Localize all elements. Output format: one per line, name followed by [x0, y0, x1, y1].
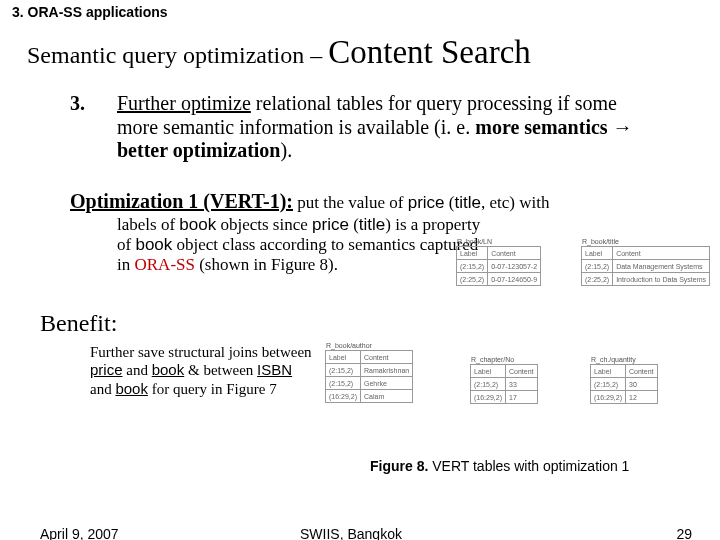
- od-a: labels of: [117, 215, 179, 234]
- footer-page-number: 29: [676, 526, 692, 540]
- point3-arrow: →: [608, 116, 633, 138]
- c: (2:25,2): [582, 273, 613, 286]
- bt-a: Further save structural joins between: [90, 344, 312, 360]
- tbl5-name: R_ch./quantity: [591, 356, 658, 363]
- bt-book2: book: [115, 380, 148, 397]
- tbl2-h2: Content: [613, 247, 710, 260]
- figure-8-caption: Figure 8. VERT tables with optimization …: [370, 458, 629, 474]
- point3-bold-c: more semantics: [475, 116, 607, 138]
- figure8-top-tables: R_book/LN LabelContent (2:15,2)0-07-1230…: [456, 238, 700, 348]
- benefit-text: Further save structural joins between pr…: [90, 343, 315, 398]
- c: Calam: [361, 390, 413, 403]
- tbl2: LabelContent (2:15,2)Data Management Sys…: [581, 246, 710, 286]
- tbl2-name: R_book/title: [582, 238, 699, 245]
- tbl1-h1: Label: [457, 247, 488, 260]
- h: Label: [471, 365, 506, 378]
- c: 30: [626, 378, 658, 391]
- h: Content: [626, 365, 658, 378]
- bt-c: & between: [184, 362, 257, 378]
- optimization-1-heading: Optimization 1 (VERT-1): put the value o…: [70, 190, 690, 213]
- footer-date: April 9, 2007: [40, 526, 119, 540]
- h: Label: [326, 351, 361, 364]
- c: Ramakrishnan: [361, 364, 413, 377]
- c: (16:29,2): [591, 391, 626, 404]
- opt1-price: price: [408, 193, 445, 212]
- slide-title: Semantic query optimization – Content Se…: [27, 34, 710, 71]
- c: (2:15,2): [582, 260, 613, 273]
- od-book2: book: [135, 235, 172, 254]
- tbl1: LabelContent (2:15,2)0-07-123057-2 (2:25…: [456, 246, 541, 286]
- tbl1-name: R_book/LN: [457, 238, 571, 245]
- section-header: 3. ORA-SS applications: [12, 4, 168, 20]
- od-book1: book: [179, 215, 216, 234]
- od-b: objects since: [216, 215, 312, 234]
- c: (16:29,2): [471, 391, 506, 404]
- c: (2:15,2): [471, 378, 506, 391]
- h: Content: [506, 365, 538, 378]
- list-item-3: Further optimize relational tables for q…: [117, 92, 660, 163]
- optimization-1-description: labels of book objects since price (titl…: [117, 215, 490, 275]
- od-c: (: [349, 215, 359, 234]
- figure8-bottom-tables: R_book/author LabelContent (2:15,2)Ramak…: [325, 342, 705, 452]
- opt1-tail-a: put the value of: [293, 193, 408, 212]
- c: (2:25,2): [457, 273, 488, 286]
- c: (2:15,2): [457, 260, 488, 273]
- c: (2:15,2): [591, 378, 626, 391]
- benefit-heading: Benefit:: [40, 310, 117, 337]
- c: Introduction to Data Systems: [613, 273, 710, 286]
- point3-text-e: ).: [281, 139, 293, 161]
- bt-d: and: [90, 381, 115, 397]
- bt-book1: book: [152, 361, 185, 378]
- footer-venue: SWIIS, Bangkok: [300, 526, 402, 540]
- bt-b: and: [123, 362, 152, 378]
- opt1-tail-c: , etc) with: [481, 193, 549, 212]
- fig8-a: Figure 8.: [370, 458, 428, 474]
- c: (2:15,2): [326, 364, 361, 377]
- od-price: price: [312, 215, 349, 234]
- h: Content: [361, 351, 413, 364]
- opt1-label: Optimization 1 (VERT-1):: [70, 190, 293, 212]
- c: 12: [626, 391, 658, 404]
- h: Label: [591, 365, 626, 378]
- bt-isbn: ISBN: [257, 361, 292, 378]
- od-title: title: [359, 215, 385, 234]
- point3-underline: Further optimize: [117, 92, 251, 114]
- od-orass: ORA-SS: [134, 255, 194, 274]
- c: 0-07-124650-9: [488, 273, 541, 286]
- tbl3: LabelContent (2:15,2)Ramakrishnan (2:15,…: [325, 350, 413, 403]
- c: (16:29,2): [326, 390, 361, 403]
- tbl4: LabelContent (2:15,2)33 (16:29,2)17: [470, 364, 538, 404]
- tbl4-name: R_chapter/No: [471, 356, 538, 363]
- c: 33: [506, 378, 538, 391]
- tbl2-h1: Label: [582, 247, 613, 260]
- title-part2: Content Search: [328, 34, 531, 70]
- od-f: (shown in Figure 8).: [195, 255, 338, 274]
- c: Data Management Systems: [613, 260, 710, 273]
- c: 0-07-123057-2: [488, 260, 541, 273]
- opt1-tail-b: (: [445, 193, 455, 212]
- fig8-b: VERT tables with optimization 1: [428, 458, 629, 474]
- list-number-3: 3.: [70, 92, 85, 115]
- tbl1-h2: Content: [488, 247, 541, 260]
- tbl3-name: R_book/author: [326, 342, 413, 349]
- point3-bold-d: better optimization: [117, 139, 281, 161]
- tbl5: LabelContent (2:15,2)30 (16:29,2)12: [590, 364, 658, 404]
- c: (2:15,2): [326, 377, 361, 390]
- opt1-title: title: [455, 193, 481, 212]
- bt-price: price: [90, 361, 123, 378]
- c: Gehrke: [361, 377, 413, 390]
- title-part1: Semantic query optimization –: [27, 42, 328, 68]
- bt-e: for query in Figure 7: [148, 381, 277, 397]
- c: 17: [506, 391, 538, 404]
